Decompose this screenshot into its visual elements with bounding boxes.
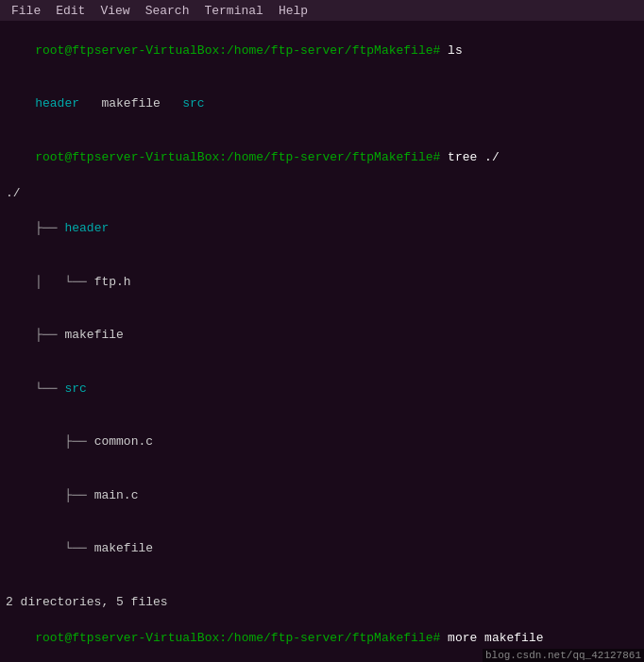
terminal-line: │ └── ftp.h: [6, 256, 638, 310]
prompt: root@ftpserver-VirtualBox:/home/ftp-serv…: [35, 631, 448, 645]
watermark: blog.csdn.net/qq_42127861: [483, 649, 644, 662]
terminal-line: └── src: [6, 363, 638, 416]
menubar: File Edit View Search Terminal Help: [0, 0, 644, 21]
terminal-line: [6, 576, 638, 594]
menu-help[interactable]: Help: [271, 2, 315, 20]
terminal-line: ├── main.c: [6, 469, 638, 523]
terminal-line: header makefile src: [6, 78, 638, 132]
terminal-line: 2 directories, 5 files: [6, 594, 638, 612]
terminal-line: ├── header: [6, 202, 638, 256]
menu-search[interactable]: Search: [138, 2, 197, 20]
terminal-line: ./: [6, 185, 638, 203]
menu-view[interactable]: View: [93, 2, 137, 20]
prompt: root@ftpserver-VirtualBox:/home/ftp-serv…: [35, 150, 448, 164]
command: more makefile: [448, 631, 543, 645]
command: ls: [448, 43, 463, 58]
terminal-line: └── makefile: [6, 523, 638, 577]
prompt: root@ftpserver-VirtualBox:/home/ftp-serv…: [35, 43, 448, 58]
menu-edit[interactable]: Edit: [48, 2, 93, 20]
terminal-line: root@ftpserver-VirtualBox:/home/ftp-serv…: [6, 131, 638, 185]
command: tree ./: [448, 150, 500, 164]
terminal-area[interactable]: root@ftpserver-VirtualBox:/home/ftp-serv…: [0, 21, 644, 662]
terminal-line: ├── common.c: [6, 416, 638, 470]
menu-file[interactable]: File: [4, 2, 48, 20]
terminal-line: ├── makefile: [6, 310, 638, 364]
menu-terminal[interactable]: Terminal: [196, 2, 270, 20]
terminal-line: root@ftpserver-VirtualBox:/home/ftp-serv…: [6, 25, 638, 78]
